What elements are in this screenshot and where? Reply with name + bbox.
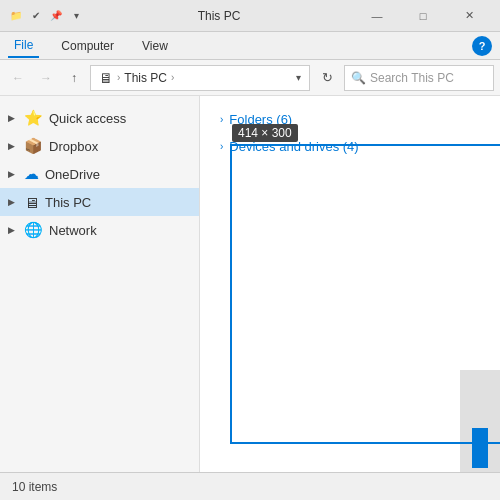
main-content: ▶ ⭐ Quick access ▶ 📦 Dropbox ▶ ☁ OneDriv… [0, 96, 500, 472]
path-label: This PC [124, 71, 167, 85]
item-count: 10 items [12, 480, 57, 494]
dropdown-icon: ▾ [68, 8, 84, 24]
pin-icon: 📌 [48, 8, 64, 24]
search-placeholder: Search This PC [370, 71, 454, 85]
window-title: This PC [84, 9, 354, 23]
sidebar-item-network[interactable]: ▶ 🌐 Network [0, 216, 199, 244]
section-drives[interactable]: › Devices and drives (4) [220, 139, 480, 154]
title-bar: 📁 ✔ 📌 ▾ This PC — □ ✕ [0, 0, 500, 32]
minimize-button[interactable]: — [354, 0, 400, 32]
sidebar-label-quick-access: Quick access [49, 111, 126, 126]
up-button[interactable]: ↑ [62, 66, 86, 90]
scroll-track[interactable] [472, 428, 488, 468]
sidebar: ▶ ⭐ Quick access ▶ 📦 Dropbox ▶ ☁ OneDriv… [0, 96, 200, 472]
sidebar-item-onedrive[interactable]: ▶ ☁ OneDrive [0, 160, 199, 188]
this-pc-icon: 🖥 [24, 194, 39, 211]
search-box[interactable]: 🔍 Search This PC [344, 65, 494, 91]
ribbon-tab-computer[interactable]: Computer [55, 35, 120, 57]
section-drives-label: Devices and drives (4) [229, 139, 358, 154]
dropbox-icon: 📦 [24, 137, 43, 155]
ribbon: File Computer View ? [0, 32, 500, 60]
address-bar: ← → ↑ 🖥 › This PC › ▾ ↻ 🔍 Search This PC [0, 60, 500, 96]
path-computer-icon: 🖥 [99, 70, 113, 86]
title-bar-icons: 📁 ✔ 📌 ▾ [8, 8, 84, 24]
status-bar: 10 items [0, 472, 500, 500]
quick-access-icon: ⭐ [24, 109, 43, 127]
expand-arrow-network: ▶ [8, 225, 15, 235]
maximize-button[interactable]: □ [400, 0, 446, 32]
sidebar-item-quick-access[interactable]: ▶ ⭐ Quick access [0, 104, 199, 132]
sidebar-label-network: Network [49, 223, 97, 238]
back-button[interactable]: ← [6, 66, 30, 90]
sidebar-item-this-pc[interactable]: ▶ 🖥 This PC [0, 188, 199, 216]
onedrive-icon: ☁ [24, 165, 39, 183]
sidebar-label-onedrive: OneDrive [45, 167, 100, 182]
sidebar-label-dropbox: Dropbox [49, 139, 98, 154]
path-chevron-2: › [171, 72, 174, 83]
path-chevron-1: › [117, 72, 120, 83]
quick-access-icon: ✔ [28, 8, 44, 24]
network-icon: 🌐 [24, 221, 43, 239]
forward-button[interactable]: → [34, 66, 58, 90]
file-area: 414 × 300 › Folders (6) › Devices and dr… [200, 96, 500, 472]
section-folders[interactable]: › Folders (6) [220, 112, 480, 127]
expand-arrow-quick-access: ▶ [8, 113, 15, 123]
expand-arrow-this-pc: ▶ [8, 197, 15, 207]
close-button[interactable]: ✕ [446, 0, 492, 32]
scroll-panel [460, 370, 500, 472]
title-bar-controls: — □ ✕ [354, 0, 492, 32]
section-folders-label: Folders (6) [229, 112, 292, 127]
address-path[interactable]: 🖥 › This PC › ▾ [90, 65, 310, 91]
sidebar-label-this-pc: This PC [45, 195, 91, 210]
section-chevron-folders: › [220, 114, 223, 125]
help-button[interactable]: ? [472, 36, 492, 56]
expand-arrow-onedrive: ▶ [8, 169, 15, 179]
path-dropdown-arrow[interactable]: ▾ [296, 72, 301, 83]
expand-arrow-dropbox: ▶ [8, 141, 15, 151]
search-icon: 🔍 [351, 71, 366, 85]
ribbon-tab-file[interactable]: File [8, 34, 39, 58]
section-chevron-drives: › [220, 141, 223, 152]
app-icon: 📁 [8, 8, 24, 24]
sidebar-item-dropbox[interactable]: ▶ 📦 Dropbox [0, 132, 199, 160]
ribbon-tab-view[interactable]: View [136, 35, 174, 57]
refresh-button[interactable]: ↻ [314, 65, 340, 91]
